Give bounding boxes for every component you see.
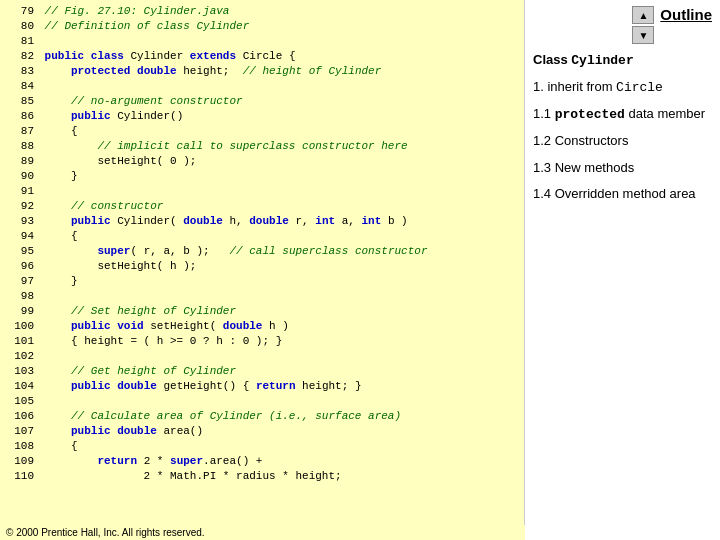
line-content: { height = ( h >= 0 ? h : 0 ); } [38, 335, 282, 347]
line-number: 106 [6, 409, 34, 424]
outline-item-1-1: 1.1 protected data member [533, 105, 712, 124]
code-line: 81 [6, 34, 518, 49]
code-line: 79 // Fig. 27.10: Cylinder.java [6, 4, 518, 19]
line-number: 108 [6, 439, 34, 454]
code-line: 91 [6, 184, 518, 199]
line-content: // Get height of Cylinder [38, 365, 236, 377]
code-line: 97 } [6, 274, 518, 289]
line-content: } [38, 275, 78, 287]
code-line: 94 { [6, 229, 518, 244]
item-1-number: 1. [533, 79, 544, 94]
line-number: 110 [6, 469, 34, 484]
outline-class: Class Cylinder [533, 52, 712, 68]
outline-item-1-3: 1.3 New methods [533, 159, 712, 177]
item-1-mono: Circle [616, 80, 663, 95]
line-number: 105 [6, 394, 34, 409]
line-content: { [38, 230, 78, 242]
class-name: Cylinder [571, 53, 633, 68]
code-line: 88 // implicit call to superclass constr… [6, 139, 518, 154]
code-line: 95 super( r, a, b ); // call superclass … [6, 244, 518, 259]
line-number: 99 [6, 304, 34, 319]
outline-arrows[interactable]: ▲ ▼ [632, 6, 654, 44]
line-content [38, 290, 45, 302]
line-number: 97 [6, 274, 34, 289]
code-line: 109 return 2 * super.area() + [6, 454, 518, 469]
code-line: 100 public void setHeight( double h ) [6, 319, 518, 334]
line-content: // Calculate area of Cylinder (i.e., sur… [38, 410, 401, 422]
code-line: 80 // Definition of class Cylinder [6, 19, 518, 34]
code-line: 104 public double getHeight() { return h… [6, 379, 518, 394]
line-content: // constructor [38, 200, 163, 212]
line-content: public double getHeight() { return heigh… [38, 380, 362, 392]
code-line: 98 [6, 289, 518, 304]
code-panel: 79 // Fig. 27.10: Cylinder.java80 // Def… [0, 0, 525, 540]
line-content [38, 350, 45, 362]
line-number: 80 [6, 19, 34, 34]
line-number: 90 [6, 169, 34, 184]
line-number: 91 [6, 184, 34, 199]
line-number: 82 [6, 49, 34, 64]
code-line: 93 public Cylinder( double h, double r, … [6, 214, 518, 229]
line-number: 109 [6, 454, 34, 469]
outline-title: Outline [660, 6, 712, 23]
code-line: 90 } [6, 169, 518, 184]
code-line: 105 [6, 394, 518, 409]
code-line: 92 // constructor [6, 199, 518, 214]
code-line: 86 public Cylinder() [6, 109, 518, 124]
line-number: 96 [6, 259, 34, 274]
line-number: 87 [6, 124, 34, 139]
outline-item-1-4: 1.4 Overridden method area [533, 185, 712, 203]
code-line: 84 [6, 79, 518, 94]
line-content: } [38, 170, 78, 182]
code-line: 101 { height = ( h >= 0 ? h : 0 ); } [6, 334, 518, 349]
code-line: 102 [6, 349, 518, 364]
line-number: 102 [6, 349, 34, 364]
item-1-3-text: New methods [555, 160, 634, 175]
line-number: 84 [6, 79, 34, 94]
code-line: 82 public class Cylinder extends Circle … [6, 49, 518, 64]
item-1-1-keyword: protected [555, 107, 625, 122]
line-content: // Fig. 27.10: Cylinder.java [38, 5, 229, 17]
line-content: public Cylinder() [38, 110, 183, 122]
outline-item-1-2: 1.2 Constructors [533, 132, 712, 150]
line-number: 89 [6, 154, 34, 169]
line-number: 86 [6, 109, 34, 124]
code-line: 103 // Get height of Cylinder [6, 364, 518, 379]
line-content: setHeight( h ); [38, 260, 196, 272]
code-content: 79 // Fig. 27.10: Cylinder.java80 // Def… [6, 4, 518, 484]
line-content: public double area() [38, 425, 203, 437]
code-line: 106 // Calculate area of Cylinder (i.e.,… [6, 409, 518, 424]
line-content: public void setHeight( double h ) [38, 320, 289, 332]
line-content: 2 * Math.PI * radius * height; [38, 470, 342, 482]
line-number: 95 [6, 244, 34, 259]
line-content [38, 80, 45, 92]
item-1-1-text: data member [625, 106, 705, 121]
line-number: 101 [6, 334, 34, 349]
outline-panel: ▲ ▼ Outline Class Cylinder 1. inherit fr… [525, 0, 720, 540]
footer: © 2000 Prentice Hall, Inc. All rights re… [0, 525, 525, 540]
line-content [38, 35, 45, 47]
arrow-up-button[interactable]: ▲ [632, 6, 654, 24]
line-number: 81 [6, 34, 34, 49]
line-content: super( r, a, b ); // call superclass con… [38, 245, 428, 257]
line-content: // no-argument constructor [38, 95, 243, 107]
item-1-1-number: 1.1 [533, 106, 555, 121]
line-content: setHeight( 0 ); [38, 155, 196, 167]
line-content: // Definition of class Cylinder [38, 20, 249, 32]
item-1-4-number: 1.4 [533, 186, 555, 201]
line-number: 107 [6, 424, 34, 439]
code-line: 87 { [6, 124, 518, 139]
outline-header: ▲ ▼ Outline [533, 6, 712, 44]
arrow-down-button[interactable]: ▼ [632, 26, 654, 44]
line-number: 79 [6, 4, 34, 19]
line-content: public class Cylinder extends Circle { [38, 50, 296, 62]
line-number: 100 [6, 319, 34, 334]
code-line: 89 setHeight( 0 ); [6, 154, 518, 169]
line-content: return 2 * super.area() + [38, 455, 262, 467]
code-line: 108 { [6, 439, 518, 454]
class-label: Class [533, 52, 571, 67]
line-content: // implicit call to superclass construct… [38, 140, 408, 152]
line-number: 92 [6, 199, 34, 214]
line-number: 104 [6, 379, 34, 394]
item-1-2-number: 1.2 [533, 133, 555, 148]
